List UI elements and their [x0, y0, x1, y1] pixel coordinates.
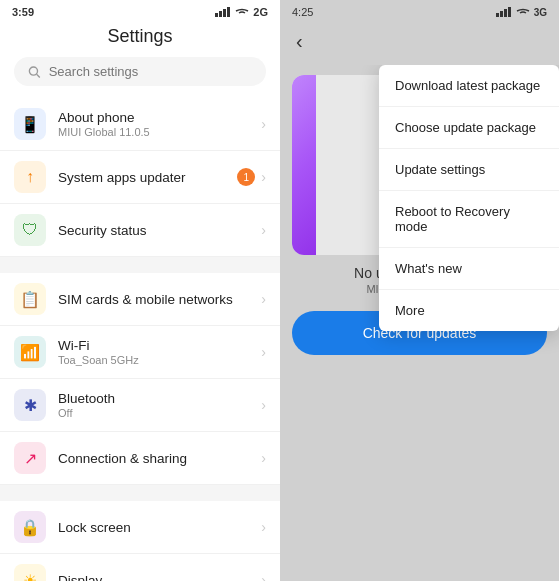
- dropdown-item-3[interactable]: Reboot to Recovery mode: [379, 191, 559, 248]
- about-phone-subtitle: MIUI Global 11.0.5: [58, 126, 261, 138]
- sim-cards-text: SIM cards & mobile networks: [58, 292, 261, 307]
- settings-item-connection-sharing[interactable]: ↗Connection & sharing›: [0, 432, 280, 485]
- time-left: 3:59: [12, 6, 34, 18]
- svg-rect-8: [504, 9, 507, 17]
- right-content: No updates available MIUI 11.0.5.0 | Sta…: [280, 65, 559, 581]
- time-right: 4:25: [292, 6, 313, 18]
- settings-item-display[interactable]: ☀Display›: [0, 554, 280, 581]
- sim-cards-icon: 📋: [14, 283, 46, 315]
- about-phone-chevron: ›: [261, 116, 266, 132]
- about-phone-title: About phone: [58, 110, 261, 125]
- status-bar-right: 4:25 3G: [280, 0, 559, 22]
- wi-fi-chevron: ›: [261, 344, 266, 360]
- svg-rect-3: [227, 7, 230, 17]
- settings-item-sim-cards[interactable]: 📋SIM cards & mobile networks›: [0, 273, 280, 326]
- svg-line-5: [37, 74, 40, 77]
- lock-screen-icon: 🔒: [14, 511, 46, 543]
- wi-fi-title: Wi-Fi: [58, 338, 261, 353]
- dropdown-menu: Download latest packageChoose update pac…: [379, 65, 559, 331]
- sim-cards-title: SIM cards & mobile networks: [58, 292, 261, 307]
- section-divider: [0, 257, 280, 273]
- about-phone-icon: 📱: [14, 108, 46, 140]
- bluetooth-chevron: ›: [261, 397, 266, 413]
- security-status-icon: 🛡: [14, 214, 46, 246]
- svg-rect-2: [223, 9, 226, 17]
- wifi-icon-left: [235, 7, 249, 17]
- signal-icon: [215, 7, 231, 17]
- settings-list: 📱About phoneMIUI Global 11.0.5›↑System a…: [0, 98, 280, 581]
- svg-rect-1: [219, 11, 222, 17]
- battery-icon-left: 2G: [253, 6, 268, 18]
- security-status-text: Security status: [58, 223, 261, 238]
- sim-cards-chevron: ›: [261, 291, 266, 307]
- display-chevron: ›: [261, 572, 266, 581]
- dropdown-item-0[interactable]: Download latest package: [379, 65, 559, 107]
- bluetooth-subtitle: Off: [58, 407, 261, 419]
- svg-rect-0: [215, 13, 218, 17]
- system-apps-updater-icon: ↑: [14, 161, 46, 193]
- svg-rect-6: [496, 13, 499, 17]
- status-icons-left: 2G: [215, 6, 268, 18]
- status-bar-left: 3:59 2G: [0, 0, 280, 22]
- settings-item-lock-screen[interactable]: 🔒Lock screen›: [0, 501, 280, 554]
- settings-item-system-apps-updater[interactable]: ↑System apps updater1›: [0, 151, 280, 204]
- dropdown-item-5[interactable]: More: [379, 290, 559, 331]
- connection-sharing-text: Connection & sharing: [58, 451, 261, 466]
- settings-item-bluetooth[interactable]: ✱BluetoothOff›: [0, 379, 280, 432]
- system-apps-updater-chevron: ›: [261, 169, 266, 185]
- back-button[interactable]: ‹: [292, 26, 307, 57]
- about-phone-text: About phoneMIUI Global 11.0.5: [58, 110, 261, 138]
- display-text: Display: [58, 573, 261, 582]
- svg-rect-9: [508, 7, 511, 17]
- network-type: 3G: [534, 7, 547, 18]
- bluetooth-icon: ✱: [14, 389, 46, 421]
- search-bar[interactable]: [14, 57, 266, 86]
- display-icon: ☀: [14, 564, 46, 581]
- bluetooth-title: Bluetooth: [58, 391, 261, 406]
- page-title: Settings: [0, 22, 280, 57]
- security-status-title: Security status: [58, 223, 261, 238]
- preview-bar: [292, 75, 316, 255]
- system-apps-updater-title: System apps updater: [58, 170, 237, 185]
- system-apps-updater-text: System apps updater: [58, 170, 237, 185]
- display-title: Display: [58, 573, 261, 582]
- svg-rect-7: [500, 11, 503, 17]
- svg-point-4: [29, 67, 37, 75]
- status-icons-right: 3G: [496, 7, 547, 18]
- lock-screen-chevron: ›: [261, 519, 266, 535]
- dropdown-item-4[interactable]: What's new: [379, 248, 559, 290]
- wi-fi-subtitle: Toa_Soan 5GHz: [58, 354, 261, 366]
- system-apps-updater-badge: 1: [237, 168, 255, 186]
- connection-sharing-chevron: ›: [261, 450, 266, 466]
- signal-icon-right: [496, 7, 512, 17]
- top-bar-right: ‹: [280, 22, 559, 65]
- wi-fi-text: Wi-FiToa_Soan 5GHz: [58, 338, 261, 366]
- settings-item-wi-fi[interactable]: 📶Wi-FiToa_Soan 5GHz›: [0, 326, 280, 379]
- bluetooth-text: BluetoothOff: [58, 391, 261, 419]
- wi-fi-icon: 📶: [14, 336, 46, 368]
- search-icon: [28, 65, 41, 79]
- section-divider: [0, 485, 280, 501]
- connection-sharing-icon: ↗: [14, 442, 46, 474]
- update-panel: 4:25 3G ‹ No updates available MIUI 11.0…: [280, 0, 559, 581]
- security-status-chevron: ›: [261, 222, 266, 238]
- settings-item-about-phone[interactable]: 📱About phoneMIUI Global 11.0.5›: [0, 98, 280, 151]
- wifi-icon-right: [516, 7, 530, 17]
- dropdown-item-2[interactable]: Update settings: [379, 149, 559, 191]
- settings-panel: 3:59 2G Settings 📱About phoneMIUI Global…: [0, 0, 280, 581]
- lock-screen-title: Lock screen: [58, 520, 261, 535]
- dropdown-item-1[interactable]: Choose update package: [379, 107, 559, 149]
- search-input[interactable]: [49, 64, 252, 79]
- settings-item-security-status[interactable]: 🛡Security status›: [0, 204, 280, 257]
- lock-screen-text: Lock screen: [58, 520, 261, 535]
- connection-sharing-title: Connection & sharing: [58, 451, 261, 466]
